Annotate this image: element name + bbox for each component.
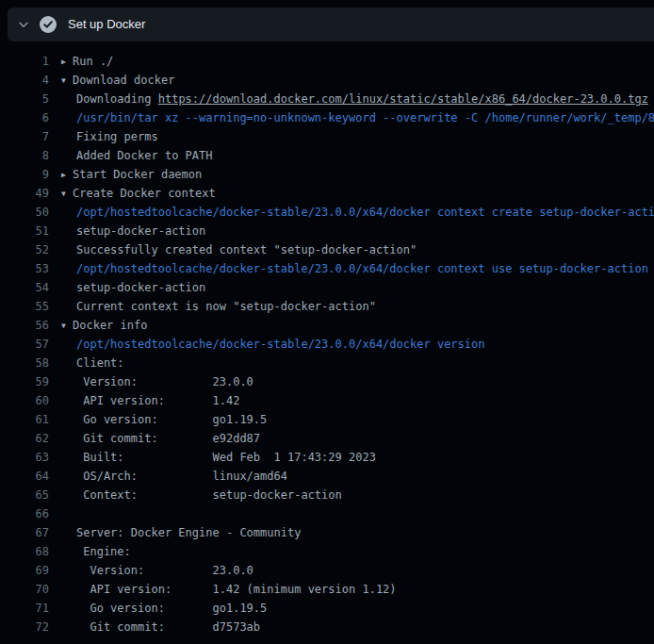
log-line: 54setup-docker-action bbox=[0, 278, 654, 297]
triangle-down-icon[interactable]: ▼ bbox=[61, 185, 73, 204]
log-line: 60 API version: 1.42 bbox=[0, 391, 654, 410]
log-line: 6/usr/bin/tar xz --warning=no-unknown-ke… bbox=[0, 108, 654, 127]
line-number[interactable]: 8 bbox=[0, 146, 49, 165]
group-title: Run ./ bbox=[73, 55, 113, 68]
chevron-down-icon[interactable] bbox=[8, 18, 40, 31]
log-line: 63 Built: Wed Feb 1 17:43:29 2023 bbox=[0, 448, 654, 467]
line-number[interactable]: 66 bbox=[0, 504, 49, 523]
log-line: 53/opt/hostedtoolcache/docker-stable/23.… bbox=[0, 259, 654, 278]
log-line: 7Fixing perms bbox=[0, 127, 654, 146]
log-line: 72 Git commit: d7573ab bbox=[0, 618, 654, 636]
step-header[interactable]: Set up Docker bbox=[8, 8, 654, 41]
line-number[interactable]: 54 bbox=[0, 278, 49, 297]
log-line: 67Server: Docker Engine - Community bbox=[0, 523, 654, 542]
triangle-down-icon[interactable]: ▼ bbox=[61, 72, 73, 91]
log-text: OS/Arch: linux/amd64 bbox=[76, 470, 287, 483]
log-link[interactable]: https://download.docker.com/linux/static… bbox=[158, 92, 648, 106]
log-line: 69 Version: 23.0.0 bbox=[0, 561, 654, 580]
log-line: 64 OS/Arch: linux/amd64 bbox=[0, 467, 654, 486]
line-number[interactable]: 9 bbox=[0, 165, 49, 184]
log-line: 50/opt/hostedtoolcache/docker-stable/23.… bbox=[0, 203, 654, 222]
line-number[interactable]: 55 bbox=[0, 297, 49, 316]
line-number[interactable]: 58 bbox=[0, 354, 49, 372]
group-title: Download docker bbox=[73, 74, 174, 87]
log-text: Fixing perms bbox=[76, 130, 158, 143]
line-number[interactable]: 64 bbox=[0, 467, 49, 486]
triangle-right-icon[interactable]: ▶ bbox=[61, 53, 73, 72]
line-number[interactable]: 59 bbox=[0, 372, 49, 391]
line-number[interactable]: 67 bbox=[0, 523, 49, 542]
line-number[interactable]: 72 bbox=[0, 618, 49, 636]
line-number[interactable]: 53 bbox=[0, 259, 49, 278]
log-line: 68 Engine: bbox=[0, 542, 654, 561]
log-text: Version: 23.0.0 bbox=[76, 375, 253, 388]
log-group-header[interactable]: 9▶Start Docker daemon bbox=[0, 165, 654, 184]
log-text: setup-docker-action bbox=[76, 224, 205, 238]
line-number[interactable]: 6 bbox=[0, 108, 49, 127]
line-number[interactable]: 7 bbox=[0, 127, 49, 146]
log-group-header[interactable]: 4▼Download docker bbox=[0, 71, 654, 90]
line-number[interactable]: 5 bbox=[0, 90, 49, 108]
line-number[interactable]: 56 bbox=[0, 316, 49, 335]
log-text: Version: 23.0.0 bbox=[76, 564, 253, 577]
log-group-header[interactable]: 1▶Run ./ bbox=[0, 52, 654, 71]
log-text: API version: 1.42 (minimum version 1.12) bbox=[76, 583, 397, 596]
log-text: Client: bbox=[76, 356, 124, 370]
log-line: 70 API version: 1.42 (minimum version 1.… bbox=[0, 580, 654, 599]
log-text: Current context is now "setup-docker-act… bbox=[76, 300, 376, 313]
line-number[interactable]: 71 bbox=[0, 599, 49, 618]
step-title: Set up Docker bbox=[68, 8, 145, 41]
log-text: Server: Docker Engine - Community bbox=[76, 526, 301, 539]
log-text: Built: Wed Feb 1 17:43:29 2023 bbox=[76, 451, 376, 464]
line-number[interactable]: 49 bbox=[0, 184, 49, 203]
line-number[interactable]: 50 bbox=[0, 203, 49, 222]
log-line: 5Downloading https://download.docker.com… bbox=[0, 90, 654, 108]
line-number[interactable]: 51 bbox=[0, 222, 49, 240]
log-text: Git commit: e92dd87 bbox=[76, 432, 260, 445]
log-text: setup-docker-action bbox=[76, 281, 205, 294]
log-text: /usr/bin/tar xz --warning=no-unknown-key… bbox=[76, 111, 654, 124]
line-number[interactable]: 63 bbox=[0, 448, 49, 467]
log-line: 59 Version: 23.0.0 bbox=[0, 372, 654, 391]
group-title: Docker info bbox=[73, 319, 147, 332]
log-lines: 1▶Run ./4▼Download docker5Downloading ht… bbox=[0, 41, 654, 636]
line-number[interactable]: 62 bbox=[0, 429, 49, 448]
log-text: Go version: go1.19.5 bbox=[76, 413, 267, 426]
log-line: 71 Go version: go1.19.5 bbox=[0, 599, 654, 618]
line-number[interactable]: 70 bbox=[0, 580, 49, 599]
log-line: 55Current context is now "setup-docker-a… bbox=[0, 297, 654, 316]
triangle-right-icon[interactable]: ▶ bbox=[61, 166, 73, 185]
log-group-header[interactable]: 56▼Docker info bbox=[0, 316, 654, 335]
log-text: /opt/hostedtoolcache/docker-stable/23.0.… bbox=[76, 206, 654, 219]
log-line: 58Client: bbox=[0, 354, 654, 372]
log-text: /opt/hostedtoolcache/docker-stable/23.0.… bbox=[76, 338, 484, 351]
log-text: Engine: bbox=[76, 545, 131, 558]
line-number[interactable]: 69 bbox=[0, 561, 49, 580]
group-title: Start Docker daemon bbox=[73, 168, 202, 181]
log-text: Downloading bbox=[76, 92, 158, 106]
triangle-down-icon[interactable]: ▼ bbox=[61, 317, 73, 336]
log-text: API version: 1.42 bbox=[76, 394, 239, 407]
line-number[interactable]: 65 bbox=[0, 486, 49, 504]
line-number[interactable]: 68 bbox=[0, 542, 49, 561]
log-group-header[interactable]: 49▼Create Docker context bbox=[0, 184, 654, 203]
log-text: Added Docker to PATH bbox=[76, 149, 213, 162]
group-title: Create Docker context bbox=[73, 187, 216, 200]
log-text: Go version: go1.19.5 bbox=[76, 602, 267, 615]
log-line: 65 Context: setup-docker-action bbox=[0, 486, 654, 504]
log-text: Successfully created context "setup-dock… bbox=[76, 243, 417, 256]
line-number[interactable]: 60 bbox=[0, 391, 49, 410]
log-line: 8Added Docker to PATH bbox=[0, 146, 654, 165]
line-number[interactable]: 52 bbox=[0, 240, 49, 259]
log-line: 62 Git commit: e92dd87 bbox=[0, 429, 654, 448]
line-number[interactable]: 1 bbox=[0, 52, 49, 71]
log-text: Git commit: d7573ab bbox=[76, 620, 260, 634]
line-number[interactable]: 61 bbox=[0, 410, 49, 429]
log-line: 61 Go version: go1.19.5 bbox=[0, 410, 654, 429]
log-text: /opt/hostedtoolcache/docker-stable/23.0.… bbox=[76, 262, 648, 275]
log-line: 52Successfully created context "setup-do… bbox=[0, 240, 654, 259]
line-number[interactable]: 4 bbox=[0, 71, 49, 90]
log-line: 57/opt/hostedtoolcache/docker-stable/23.… bbox=[0, 335, 654, 354]
line-number[interactable]: 57 bbox=[0, 335, 49, 354]
log-text: Context: setup-docker-action bbox=[76, 488, 342, 502]
